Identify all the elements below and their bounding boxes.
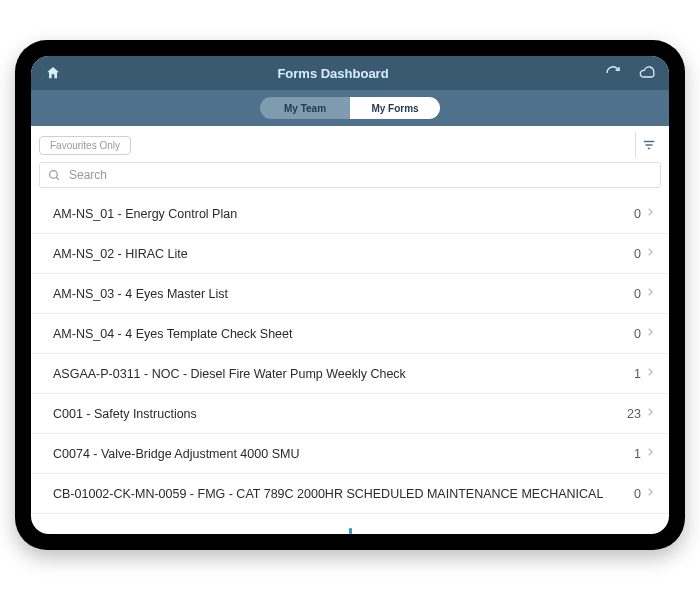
- form-label: CB-01002-CK-MN-0059 - FMG - CAT 789C 200…: [53, 487, 634, 501]
- page-title: Forms Dashboard: [63, 66, 603, 81]
- chevron-right-icon: [645, 366, 655, 381]
- search-field[interactable]: [39, 162, 661, 188]
- tab-my-forms[interactable]: My Forms: [350, 97, 440, 119]
- forms-list[interactable]: AM-NS_01 - Energy Control Plan0AM-NS_02 …: [31, 194, 669, 524]
- chevron-right-icon: [645, 206, 655, 221]
- form-row[interactable]: AM-NS_03 - 4 Eyes Master List0: [31, 274, 669, 314]
- favourites-only-chip[interactable]: Favourites Only: [39, 136, 131, 155]
- app-header: Forms Dashboard: [31, 56, 669, 90]
- form-count: 0: [634, 247, 641, 261]
- form-label: AM-NS_01 - Energy Control Plan: [53, 207, 634, 221]
- tablet-frame: Forms Dashboard My Team My Forms Favouri…: [15, 40, 685, 550]
- chevron-right-icon: [645, 486, 655, 501]
- form-row[interactable]: C0074 - Valve-Bridge Adjustment 4000 SMU…: [31, 434, 669, 474]
- form-count: 0: [634, 287, 641, 301]
- form-count: 23: [627, 407, 641, 421]
- form-row[interactable]: AM-NS_01 - Energy Control Plan0: [31, 194, 669, 234]
- form-label: AM-NS_04 - 4 Eyes Template Check Sheet: [53, 327, 634, 341]
- chevron-right-icon: [645, 406, 655, 421]
- screen: Forms Dashboard My Team My Forms Favouri…: [31, 56, 669, 534]
- form-label: ASGAA-P-0311 - NOC - Diesel Fire Water P…: [53, 367, 634, 381]
- form-row[interactable]: C001 - Safety Instructions23: [31, 394, 669, 434]
- search-icon: [48, 169, 61, 182]
- svg-line-4: [56, 177, 59, 180]
- form-row[interactable]: ASGAA-P-0311 - NOC - Diesel Fire Water P…: [31, 354, 669, 394]
- form-label: C0074 - Valve-Bridge Adjustment 4000 SMU: [53, 447, 634, 461]
- form-row[interactable]: AM-NS_02 - HIRAC Lite0: [31, 234, 669, 274]
- form-label: AM-NS_03 - 4 Eyes Master List: [53, 287, 634, 301]
- form-count: 1: [634, 367, 641, 381]
- home-icon[interactable]: [43, 63, 63, 83]
- form-count: 1: [634, 447, 641, 461]
- form-count: 0: [634, 207, 641, 221]
- form-label: C001 - Safety Instructions: [53, 407, 627, 421]
- chevron-right-icon: [645, 286, 655, 301]
- form-label: AM-NS_02 - HIRAC Lite: [53, 247, 634, 261]
- cloud-icon[interactable]: [637, 63, 657, 83]
- form-row[interactable]: AM-NS_04 - 4 Eyes Template Check Sheet0: [31, 314, 669, 354]
- filters-row: Favourites Only: [31, 126, 669, 162]
- search-input[interactable]: [69, 168, 652, 182]
- chevron-right-icon: [645, 446, 655, 461]
- chevron-right-icon: [645, 246, 655, 261]
- segmented-control: My Team My Forms: [260, 97, 440, 119]
- search-row: [31, 162, 669, 194]
- svg-point-3: [50, 170, 58, 178]
- tab-my-team[interactable]: My Team: [260, 97, 350, 119]
- tab-bar: My Team My Forms: [31, 90, 669, 126]
- form-row[interactable]: CC-01000-CK-MN-0002 - FMG - Fill and Dra…: [31, 514, 669, 524]
- chevron-right-icon: [645, 326, 655, 341]
- filter-icon[interactable]: [635, 132, 661, 158]
- refresh-icon[interactable]: [603, 63, 623, 83]
- form-count: 0: [634, 327, 641, 341]
- home-indicator: [31, 524, 669, 534]
- form-count: 0: [634, 487, 641, 501]
- form-row[interactable]: CB-01002-CK-MN-0059 - FMG - CAT 789C 200…: [31, 474, 669, 514]
